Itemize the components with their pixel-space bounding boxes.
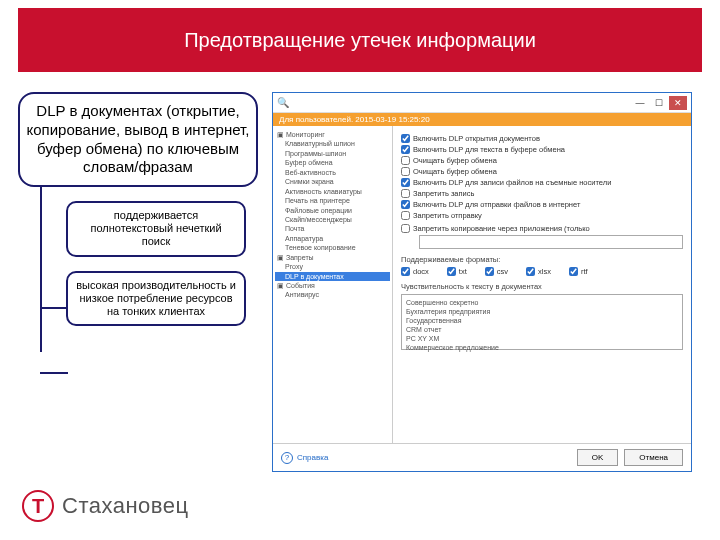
format-checkbox[interactable]: csv bbox=[485, 267, 508, 276]
tree-item[interactable]: Файловые операции bbox=[275, 206, 390, 215]
tree-group[interactable]: ▣ События bbox=[275, 281, 390, 290]
tree-item[interactable]: Снимки экрана bbox=[275, 177, 390, 186]
formats-label: Поддерживаемые форматы: bbox=[401, 255, 683, 264]
checkbox-input[interactable] bbox=[401, 134, 410, 143]
checkbox-c2[interactable]: Включить DLP для текста в буфере обмена bbox=[401, 145, 683, 154]
list-item[interactable]: PC XY XM bbox=[406, 334, 678, 343]
format-checkbox[interactable]: xlsx bbox=[526, 267, 551, 276]
tree-item-selected[interactable]: DLP в документах bbox=[275, 272, 390, 281]
tree-item[interactable]: Proxy bbox=[275, 262, 390, 271]
tree-item[interactable]: Веб-активность bbox=[275, 168, 390, 177]
tree-item[interactable]: Теневое копирование bbox=[275, 243, 390, 252]
page-title: Предотвращение утечек информации bbox=[184, 29, 536, 52]
checkbox-input[interactable] bbox=[526, 267, 535, 276]
logo: Т Стахановец bbox=[22, 490, 189, 522]
content-row: DLP в документах (открытие, копирование,… bbox=[0, 72, 720, 472]
tree-item[interactable]: Клавиатурный шпион bbox=[275, 139, 390, 148]
sensitivity-label: Чувствительность к тексту в документах bbox=[401, 282, 683, 291]
checkbox-input[interactable] bbox=[401, 145, 410, 154]
checkbox-input[interactable] bbox=[401, 224, 410, 233]
window-footer: ? Справка OK Отмена bbox=[273, 443, 691, 471]
app-list-field[interactable] bbox=[419, 235, 683, 249]
sensitivity-listbox[interactable]: Совершенно секретно Бухгалтерия предприя… bbox=[401, 294, 683, 350]
tree-item[interactable]: Почта bbox=[275, 224, 390, 233]
minimize-button[interactable]: — bbox=[631, 96, 649, 110]
title-banner: Предотвращение утечек информации bbox=[18, 8, 702, 72]
app-window: 🔍 — ☐ ✕ Для пользователей. 2015-03-19 15… bbox=[272, 92, 692, 472]
help-icon: ? bbox=[281, 452, 293, 464]
formats-row: docx txt csv xlsx rtf bbox=[401, 267, 683, 276]
checkbox-c1[interactable]: Включить DLP открытия документов bbox=[401, 134, 683, 143]
checkbox-input[interactable] bbox=[401, 178, 410, 187]
diagram-node-main: DLP в документах (открытие, копирование,… bbox=[18, 92, 258, 187]
window-titlebar: 🔍 — ☐ ✕ bbox=[273, 93, 691, 113]
search-icon[interactable]: 🔍 bbox=[277, 97, 289, 108]
connector-vertical bbox=[40, 172, 42, 352]
tree-panel[interactable]: ▣ Мониторинг Клавиатурный шпион Программ… bbox=[273, 126, 393, 443]
tree-item[interactable]: Антивирус bbox=[275, 290, 390, 299]
checkbox-c4[interactable]: Включить DLP для отправки файлов в интер… bbox=[401, 200, 683, 209]
close-button[interactable]: ✕ bbox=[669, 96, 687, 110]
help-link[interactable]: ? Справка bbox=[281, 452, 328, 464]
checkbox-c2b[interactable]: Очищать буфер обмена bbox=[401, 167, 683, 176]
ok-button[interactable]: OK bbox=[577, 449, 619, 466]
list-item[interactable]: Государственная bbox=[406, 316, 678, 325]
checkbox-input[interactable] bbox=[401, 167, 410, 176]
checkbox-input[interactable] bbox=[401, 267, 410, 276]
checkbox-input[interactable] bbox=[401, 211, 410, 220]
tree-group[interactable]: ▣ Запреты bbox=[275, 253, 390, 262]
checkbox-c4a[interactable]: Запретить отправку bbox=[401, 211, 683, 220]
cancel-button[interactable]: Отмена bbox=[624, 449, 683, 466]
checkbox-c3[interactable]: Включить DLP для записи файлов на съемны… bbox=[401, 178, 683, 187]
connector-h2 bbox=[40, 372, 68, 374]
window-body: ▣ Мониторинг Клавиатурный шпион Программ… bbox=[273, 126, 691, 443]
tree-item[interactable]: Буфер обмена bbox=[275, 158, 390, 167]
checkbox-input[interactable] bbox=[401, 200, 410, 209]
list-item[interactable]: Бухгалтерия предприятия bbox=[406, 307, 678, 316]
format-checkbox[interactable]: txt bbox=[447, 267, 467, 276]
tree-root[interactable]: ▣ Мониторинг bbox=[275, 130, 390, 139]
list-item[interactable]: Коммерческое предложение bbox=[406, 343, 678, 352]
logo-text: Стахановец bbox=[62, 493, 189, 519]
logo-mark: Т bbox=[22, 490, 54, 522]
diagram-column: DLP в документах (открытие, копирование,… bbox=[18, 92, 258, 472]
checkbox-input[interactable] bbox=[569, 267, 578, 276]
diagram-node-sub1: поддерживается полнотекстовый нечеткий п… bbox=[66, 201, 246, 257]
checkbox-input[interactable] bbox=[447, 267, 456, 276]
checkbox-input[interactable] bbox=[485, 267, 494, 276]
window-header: Для пользователей. 2015-03-19 15:25:20 bbox=[273, 113, 691, 126]
checkbox-c3a[interactable]: Запретить запись bbox=[401, 189, 683, 198]
tree-item[interactable]: Активность клавиатуры bbox=[275, 187, 390, 196]
window-buttons: — ☐ ✕ bbox=[631, 96, 687, 110]
format-checkbox[interactable]: docx bbox=[401, 267, 429, 276]
tree-item[interactable]: Программы-шпион bbox=[275, 149, 390, 158]
checkbox-c2a[interactable]: Очищать буфер обмена bbox=[401, 156, 683, 165]
tree-item[interactable]: Печать на принтере bbox=[275, 196, 390, 205]
list-item[interactable]: Совершенно секретно bbox=[406, 298, 678, 307]
settings-panel: Включить DLP открытия документов Включит… bbox=[393, 126, 691, 443]
help-label: Справка bbox=[297, 453, 328, 462]
checkbox-c5[interactable]: Запретить копирование через приложения (… bbox=[401, 224, 683, 233]
checkbox-input[interactable] bbox=[401, 156, 410, 165]
format-checkbox[interactable]: rtf bbox=[569, 267, 588, 276]
tree-item[interactable]: Скайп/мессенджеры bbox=[275, 215, 390, 224]
checkbox-input[interactable] bbox=[401, 189, 410, 198]
maximize-button[interactable]: ☐ bbox=[650, 96, 668, 110]
connector-h1 bbox=[40, 307, 68, 309]
list-item[interactable]: CRM отчет bbox=[406, 325, 678, 334]
diagram-node-sub2: высокая производительность и низкое потр… bbox=[66, 271, 246, 327]
tree-item[interactable]: Аппаратура bbox=[275, 234, 390, 243]
